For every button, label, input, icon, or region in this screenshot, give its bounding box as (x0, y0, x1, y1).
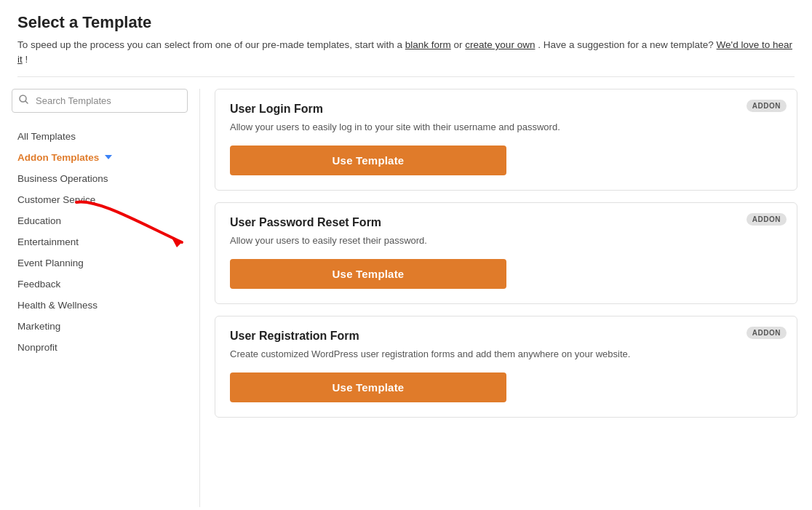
page-description: To speed up the process you can select f… (17, 38, 795, 68)
sidebar-item-entertainment[interactable]: Entertainment (12, 231, 188, 252)
page-title: Select a Template (17, 13, 795, 32)
addon-badge: ADDON (747, 100, 787, 112)
template-card-user-password-reset: ADDON User Password Reset Form Allow you… (215, 202, 797, 304)
search-icon (19, 95, 28, 106)
sidebar-item-customer-service[interactable]: Customer Service (12, 189, 188, 210)
page-header: Select a Template To speed up the proces… (0, 0, 812, 76)
desc-text-post: . Have a suggestion for a new template? (538, 39, 716, 50)
main-content: ADDON User Login Form Allow your users t… (200, 89, 812, 507)
sidebar-nav: All Templates Addon Templates Business O… (12, 126, 188, 358)
addon-badge: ADDON (747, 213, 787, 226)
template-description: Create customized WordPress user registr… (230, 348, 782, 361)
sidebar-item-feedback[interactable]: Feedback (12, 274, 188, 295)
template-description: Allow your users to easily log in to you… (230, 121, 782, 134)
sidebar: All Templates Addon Templates Business O… (0, 89, 200, 507)
sidebar-item-education[interactable]: Education (12, 210, 188, 231)
use-template-button[interactable]: Use Template (230, 372, 506, 402)
addon-badge: ADDON (747, 327, 787, 339)
desc-text-pre: To speed up the process you can select f… (17, 39, 405, 50)
desc-text-mid: or (454, 39, 466, 50)
sidebar-item-addon-templates[interactable]: Addon Templates (12, 147, 188, 168)
search-input[interactable] (12, 89, 188, 113)
sidebar-item-all-templates[interactable]: All Templates (12, 126, 188, 147)
template-title: User Password Reset Form (230, 216, 782, 229)
blank-form-link[interactable]: blank form (405, 39, 451, 50)
create-own-link[interactable]: create your own (465, 39, 535, 50)
search-box (12, 89, 188, 113)
template-description: Allow your users to easily reset their p… (230, 234, 782, 247)
desc-text-end: ! (25, 54, 28, 65)
sidebar-item-marketing[interactable]: Marketing (12, 316, 188, 337)
sidebar-item-nonprofit[interactable]: Nonprofit (12, 337, 188, 358)
sidebar-item-event-planning[interactable]: Event Planning (12, 252, 188, 274)
template-card-user-login: ADDON User Login Form Allow your users t… (215, 89, 797, 191)
chevron-down-icon (105, 155, 112, 159)
sidebar-item-health-wellness[interactable]: Health & Wellness (12, 295, 188, 316)
sidebar-item-business-operations[interactable]: Business Operations (12, 168, 188, 189)
template-title: User Registration Form (230, 330, 782, 343)
content-area: All Templates Addon Templates Business O… (0, 77, 812, 507)
use-template-button[interactable]: Use Template (230, 259, 506, 289)
svg-line-1 (25, 101, 28, 103)
template-card-user-registration: ADDON User Registration Form Create cust… (215, 316, 797, 418)
use-template-button[interactable]: Use Template (230, 146, 506, 175)
template-title: User Login Form (230, 103, 782, 116)
